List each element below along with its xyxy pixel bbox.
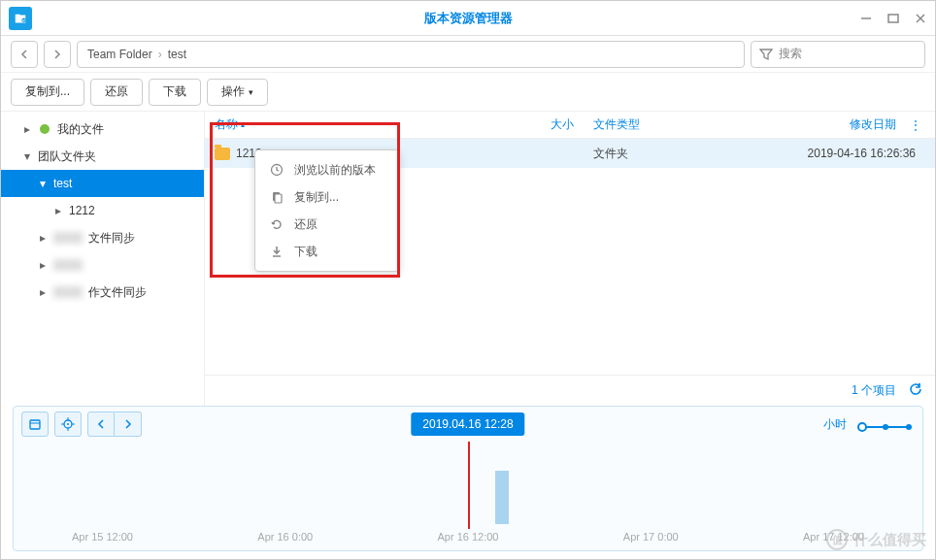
chevron-right-icon: › [158, 48, 162, 61]
restore-icon [269, 217, 284, 231]
svg-point-17 [906, 424, 912, 430]
timeline-current-label: 2019.04.16 12:28 [411, 412, 524, 436]
zoom-slider[interactable] [856, 421, 915, 427]
caret-icon: ▾ [24, 149, 32, 163]
column-size[interactable]: 大小 [496, 116, 584, 133]
search-placeholder: 搜索 [779, 46, 802, 62]
timeline-bar [495, 471, 509, 524]
clock-icon [269, 163, 284, 177]
close-button[interactable] [914, 12, 927, 25]
sidebar-item-test[interactable]: ▾test [1, 170, 204, 197]
sidebar-item-teamfolder[interactable]: ▾团队文件夹 [1, 143, 204, 170]
watermark: 值 什么值得买 [826, 529, 926, 550]
actions-button[interactable]: 操作▾ [207, 79, 268, 106]
titlebar: 版本资源管理器 [1, 1, 935, 36]
app-icon [9, 7, 32, 30]
download-icon [269, 245, 284, 258]
caret-icon: ▾ [40, 177, 48, 190]
timeline-marker: 2019.04.16 12:28 [411, 412, 524, 436]
item-count: 1 个项目 [852, 382, 896, 399]
timeline-next-button[interactable] [115, 412, 142, 437]
sidebar-item-blurred[interactable]: ▸作文件同步 [1, 279, 204, 306]
svg-point-9 [67, 423, 69, 425]
timeline: 小时 2019.04.16 12:28 Apr 15 12:00 Apr 16 … [13, 406, 923, 551]
filter-icon [759, 48, 773, 61]
ctx-download[interactable]: 下载 [255, 238, 399, 265]
timeline-prev-button[interactable] [87, 412, 115, 437]
timeline-body[interactable]: 2019.04.16 12:28 Apr 15 12:00 Apr 16 0:0… [14, 442, 922, 550]
window: 版本资源管理器 Team Folder › test 搜索 复制到... 还原 … [0, 0, 936, 560]
ctx-copy-to[interactable]: 复制到... [255, 183, 399, 211]
svg-rect-6 [30, 420, 40, 429]
calendar-button[interactable] [21, 412, 49, 437]
watermark-icon: 值 [826, 529, 848, 550]
sidebar: ▸我的文件 ▾团队文件夹 ▾test ▸1212 ▸文件同步 ▸ ▸作文件同步 [1, 112, 205, 406]
folder-icon [215, 148, 230, 160]
main-area: ▸我的文件 ▾团队文件夹 ▾test ▸1212 ▸文件同步 ▸ ▸作文件同步 … [1, 112, 935, 406]
copy-to-button[interactable]: 复制到... [11, 79, 84, 106]
context-menu: 浏览以前的版本 复制到... 还原 下载 [254, 149, 400, 272]
copy-icon [269, 190, 284, 204]
sidebar-item-blurred[interactable]: ▸文件同步 [1, 224, 204, 251]
svg-point-15 [858, 423, 866, 431]
timeline-axis: Apr 15 12:00 Apr 16 0:00 Apr 16 12:00 Ap… [14, 531, 922, 543]
column-name[interactable]: 名称▴ [205, 116, 496, 133]
action-toolbar: 复制到... 还原 下载 操作▾ [1, 73, 935, 112]
caret-icon: ▸ [40, 285, 48, 299]
caret-icon: ▸ [55, 204, 63, 217]
timeline-nav-group [87, 412, 142, 437]
minimize-button[interactable] [859, 12, 873, 25]
window-title: 版本资源管理器 [424, 10, 513, 27]
sidebar-item-1212[interactable]: ▸1212 [1, 197, 204, 224]
caret-icon: ▸ [24, 122, 32, 136]
sidebar-item-myfiles[interactable]: ▸我的文件 [1, 115, 204, 143]
search-input[interactable]: 搜索 [751, 41, 925, 68]
back-button[interactable] [11, 41, 38, 68]
locate-button[interactable] [54, 412, 82, 437]
window-controls [859, 12, 927, 25]
column-menu-button[interactable]: ⋮ [906, 118, 925, 132]
svg-point-5 [40, 124, 50, 134]
forward-button[interactable] [44, 41, 71, 68]
svg-rect-20 [275, 194, 282, 203]
caret-icon: ▸ [40, 231, 48, 245]
nav-toolbar: Team Folder › test 搜索 [1, 36, 935, 73]
svg-rect-2 [888, 15, 898, 22]
timeline-unit: 小时 [823, 416, 847, 433]
maximize-button[interactable] [886, 12, 900, 25]
download-button[interactable]: 下载 [149, 79, 201, 106]
column-header-row: 名称▴ 大小 文件类型 修改日期 ⋮ [205, 112, 935, 139]
svg-point-16 [883, 424, 888, 430]
drive-icon [38, 122, 51, 136]
sidebar-item-blurred[interactable]: ▸ [1, 251, 204, 279]
refresh-button[interactable] [908, 381, 923, 400]
caret-icon: ▸ [40, 258, 48, 272]
timeline-cursor[interactable] [468, 442, 470, 529]
breadcrumb[interactable]: Team Folder › test [77, 41, 745, 68]
status-bar: 1 个项目 [205, 375, 935, 406]
restore-button[interactable]: 还原 [90, 79, 143, 106]
timeline-zoom: 小时 [823, 416, 915, 433]
chevron-down-icon: ▾ [249, 87, 253, 97]
ctx-restore[interactable]: 还原 [255, 211, 399, 238]
sort-asc-icon: ▴ [241, 120, 245, 129]
ctx-browse-previous[interactable]: 浏览以前的版本 [255, 156, 399, 183]
column-date[interactable]: 修改日期 [758, 116, 906, 133]
breadcrumb-part[interactable]: Team Folder [87, 48, 152, 61]
column-type[interactable]: 文件类型 [584, 116, 758, 133]
breadcrumb-part[interactable]: test [168, 48, 186, 61]
